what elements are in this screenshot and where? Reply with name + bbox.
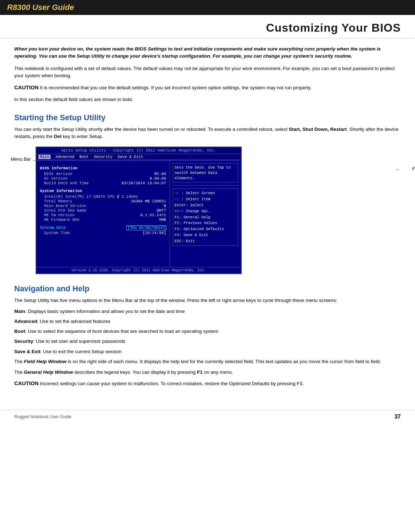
footer-left-text: Rugged Notebook User Guide — [14, 414, 71, 419]
me-fw-value: 8.1.51.1471 — [140, 213, 166, 217]
nav-security-text: : Use to set user and supervisor passwor… — [33, 339, 125, 344]
field-help-window-label: Field Help Window — [412, 166, 415, 171]
key-line-8: F4: Save & Exit — [175, 232, 236, 238]
bios-version-row: BIOS Version RC.00 — [40, 172, 166, 176]
me-fw-label: ME FW Version — [40, 213, 75, 217]
field-help-description: The Field Help Window is on the right si… — [14, 358, 401, 365]
fhd-text2: is on the right side of each menu. It di… — [66, 359, 381, 364]
nav-advanced-label: Advanced — [14, 319, 37, 324]
memory-label: Total Memory — [40, 199, 72, 203]
setup-utility-text: You can only start the Setup Utility sho… — [14, 126, 401, 140]
bios-keys-panel: →← : Select Screen ↑↓ : Select Item Ente… — [173, 188, 238, 246]
me-sku-value: 5MB — [159, 218, 166, 222]
key-line-1: →← : Select Screen — [175, 190, 236, 196]
bios-screenshot-container: Menu Bar → Aptio Setup Utility - Copyrig… — [36, 147, 401, 274]
bios-left-panel: BIOS Information BIOS Version RC.00 EC V… — [36, 160, 170, 267]
caution-block-1: CAUTION It is recommended that you use t… — [14, 84, 401, 92]
bios-menu-advanced[interactable]: Advanced — [55, 155, 74, 159]
mainboard-label: Main Board Version — [40, 204, 86, 208]
intel-pch-row: Intel PCH SKU Name QM77 — [40, 208, 166, 213]
ec-version-row: EC Version 0.00.06 — [40, 176, 166, 181]
general-help-description: The General Help Window describes the le… — [14, 369, 401, 376]
caution-block-2: CAUTION Incorrect settings can cause you… — [14, 379, 401, 388]
bios-menu-security[interactable]: Security — [94, 155, 113, 159]
page-title-area: Customizing Your BIOS — [0, 15, 415, 38]
intro-bold-paragraph: When you turn your device on, the system… — [14, 46, 401, 60]
ghd-bold: General Help Window — [24, 369, 73, 375]
bios-footer: Version 2.15.1236. Copyright (C) 2012 Am… — [36, 267, 241, 273]
bios-window: Aptio Setup Utility - Copyright (C) 2012… — [36, 147, 242, 274]
key-line-7: F3: Optimized Defaults — [175, 226, 236, 232]
system-info-title: System Information — [40, 189, 166, 193]
menu-bar-label: Menu Bar — [11, 156, 31, 162]
nav-item-main: Main: Displays basic system information … — [14, 308, 401, 315]
ghd-key: F1 — [197, 369, 203, 375]
setup-text-3: key to enter Setup. — [62, 134, 103, 139]
section-heading-navigation: Navigation and Help — [14, 284, 401, 293]
intel-pch-label: Intel PCH SKU Name — [40, 208, 86, 213]
intel-pch-value: QM77 — [157, 208, 166, 213]
system-date-value: [Thu 01/02/2014] — [126, 225, 166, 230]
nav-advanced-text: : Use to set the advanced features — [37, 319, 111, 324]
key-line-2: ↑↓ : Select Item — [175, 196, 236, 202]
bios-title-bar: Aptio Setup Utility - Copyright (C) 2012… — [36, 147, 241, 154]
nav-item-security: Security: Use to set user and supervisor… — [14, 338, 401, 345]
field-help-arrow: ← — [396, 167, 400, 172]
me-fw-row: ME FW Version 8.1.51.1471 — [40, 213, 166, 217]
nav-boot-label: Boot — [14, 329, 25, 334]
key-line-3: Enter: Select — [175, 202, 236, 208]
bios-menu-boot[interactable]: Boot — [79, 155, 89, 159]
footer-page-number: 37 — [394, 414, 401, 420]
nav-boot-text: : Use to select the sequence of boot dev… — [25, 329, 218, 334]
caution-word-2: CAUTION — [14, 380, 38, 386]
bios-help-text: Sets the Date. Use Tap to switch between… — [173, 163, 238, 182]
ghd-text3: on any menu. — [203, 369, 233, 375]
memory-value: 16384 MB (DDR3) — [131, 199, 166, 203]
caution2-text: Incorrect settings can cause your system… — [38, 381, 297, 386]
fhd-text1: The — [14, 359, 24, 364]
setup-key: Del — [54, 134, 62, 139]
ec-version-value: 0.00.06 — [150, 176, 166, 181]
menu-bar-arrow: → — [32, 158, 36, 163]
build-date-row: Build Date and Time 03/20/2014 13:04:07 — [40, 181, 166, 185]
memory-row: Total Memory 16384 MB (DDR3) — [40, 199, 166, 203]
caution2-key: F3 — [297, 381, 302, 386]
content-area: When you turn your device on, the system… — [0, 38, 415, 403]
nav-save-exit-text: : Use to exit the current Setup session — [41, 349, 122, 354]
header-bar: R8300 User Guide — [0, 0, 415, 15]
bios-menu-main[interactable]: Main — [38, 155, 50, 159]
mainboard-value: B — [164, 204, 166, 208]
system-time-label: System Time — [40, 231, 70, 235]
bios-version-label: BIOS Version — [40, 172, 72, 176]
nav-main-text: : Displays basic system information and … — [25, 309, 185, 314]
footer-area: Rugged Notebook User Guide 37 — [0, 410, 415, 424]
nav-security-label: Security — [14, 339, 33, 344]
system-date-row: System Date [Thu 01/02/2014] — [40, 225, 166, 230]
key-line-6: F2: Previous Values — [175, 220, 236, 226]
nav-item-boot: Boot: Use to select the sequence of boot… — [14, 328, 401, 335]
bios-version-value: RC.00 — [154, 172, 166, 176]
nav-item-advanced: Advanced: Use to set the advanced featur… — [14, 318, 401, 325]
system-time-value: [19:14:50] — [143, 231, 166, 235]
default-note: In this section the default field values… — [14, 96, 401, 103]
bios-menu-bar: Main Advanced Boot Security Save & Exit — [36, 154, 241, 160]
build-date-label: Build Date and Time — [40, 181, 89, 185]
system-date-label: System Date — [40, 225, 66, 230]
fhd-bold: Field Help Window — [24, 359, 66, 364]
setup-text-1: You can only start the Setup Utility sho… — [14, 127, 289, 132]
page-title: Customizing Your BIOS — [266, 21, 401, 34]
nav-main-label: Main — [14, 309, 25, 314]
nav-save-exit-label: Save & Exit — [14, 349, 41, 354]
bios-body: BIOS Information BIOS Version RC.00 EC V… — [36, 160, 241, 267]
build-date-value: 03/20/2014 13:04:07 — [122, 181, 166, 185]
mainboard-row: Main Board Version B — [40, 204, 166, 208]
caution-text-1: It is recommended that you use the defau… — [38, 85, 311, 90]
caution2-end: . — [302, 381, 304, 386]
key-line-5: F1: General Help — [175, 214, 236, 220]
navigation-intro: The Setup Utility has five menu options … — [14, 297, 401, 304]
ghd-text1: The — [14, 369, 24, 375]
bios-right-panel: Sets the Date. Use Tap to switch between… — [170, 160, 241, 267]
me-sku-row: ME Firmware SKU 5MB — [40, 218, 166, 222]
bios-menu-save-exit[interactable]: Save & Exit — [117, 155, 143, 159]
caution-word-1: CAUTION — [14, 84, 38, 90]
